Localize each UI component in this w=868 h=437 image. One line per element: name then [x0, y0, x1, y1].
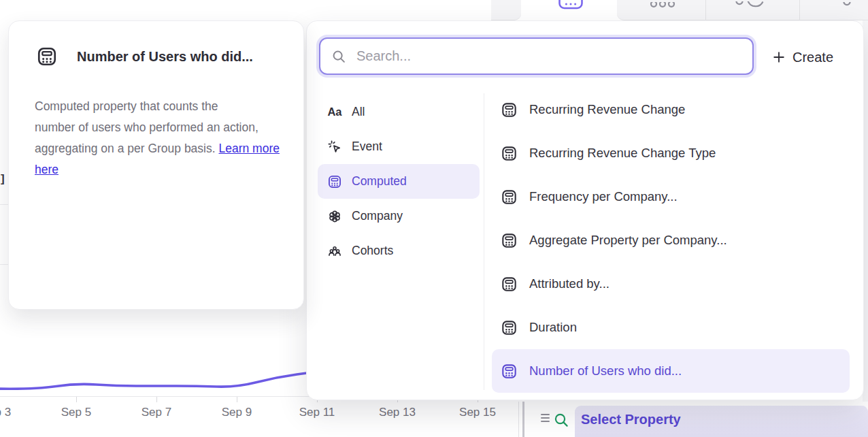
search-box — [319, 37, 754, 75]
property-label: Recurring Revenue Change — [529, 102, 685, 117]
clipped-background-text: ] — [1, 172, 5, 186]
retention-icon — [735, 1, 766, 10]
funnel-dots-icon — [650, 2, 677, 10]
plus-icon — [772, 50, 786, 64]
property-label: Number of Users who did... — [529, 363, 682, 378]
calculator-icon — [36, 46, 58, 67]
vertical-divider — [484, 93, 484, 390]
x-axis-tick — [156, 397, 157, 402]
x-axis-tick-label: Sep 13 — [379, 406, 416, 419]
tooltip-title: Number of Users who did... — [77, 49, 253, 65]
property-list-item[interactable]: Frequency per Company... — [492, 175, 850, 218]
calculator-icon — [501, 101, 518, 118]
property-list-item[interactable]: Recurring Revenue Change Type — [492, 131, 850, 175]
property-label: Frequency per Company... — [529, 189, 678, 204]
property-picker-popover: Create Aa All Event Computed Company Coh… — [306, 20, 864, 400]
select-property-field[interactable]: Select Property — [575, 406, 868, 437]
calculator-icon — [501, 189, 518, 206]
property-list-item[interactable]: Duration — [492, 306, 850, 349]
panel-divider — [518, 402, 519, 437]
category-computed[interactable]: Computed — [318, 164, 480, 199]
report-chart-icon — [558, 0, 584, 10]
category-all[interactable]: Aa All — [318, 95, 480, 129]
category-label: All — [352, 105, 365, 119]
category-company[interactable]: Company — [318, 199, 480, 233]
panel-resize-handle[interactable] — [522, 402, 524, 437]
property-list-item[interactable]: Recurring Revenue Change — [492, 88, 850, 131]
x-axis-tick — [76, 397, 77, 402]
category-cohorts[interactable]: Cohorts — [318, 233, 480, 268]
calculator-icon — [501, 319, 518, 336]
report-type-tabbar — [491, 0, 868, 20]
tooltip-description: Computed property that counts the number… — [35, 96, 281, 180]
property-label: Recurring Revenue Change Type — [529, 146, 716, 161]
property-list-item[interactable]: Aggregate Property per Company... — [492, 218, 850, 262]
search-input[interactable] — [355, 48, 741, 65]
tab-separator — [705, 0, 706, 20]
magic-cursor-icon — [327, 140, 342, 155]
calculator-icon — [501, 145, 518, 162]
tab-metric[interactable] — [842, 0, 852, 12]
create-button-label: Create — [792, 50, 833, 65]
x-axis-tick-label: Sep 5 — [61, 406, 91, 419]
description-line: number of users who performed an action, — [35, 117, 281, 138]
calculator-icon — [501, 363, 518, 380]
description-line: aggregating on a per Group basis. — [35, 142, 216, 155]
property-label: Duration — [529, 320, 577, 335]
property-list-item[interactable]: Attributed by... — [492, 262, 850, 306]
metric-icon — [842, 2, 852, 10]
drag-handle-icon[interactable] — [541, 414, 550, 422]
category-list: Aa All Event Computed Company Cohorts — [318, 95, 480, 268]
text-format-icon: Aa — [327, 106, 342, 118]
tooltip-header: Number of Users who did... — [36, 46, 253, 67]
category-label: Company — [352, 209, 403, 223]
property-list-item-selected[interactable]: Number of Users who did... — [492, 349, 850, 393]
category-label: Cohorts — [352, 244, 393, 258]
property-label: Attributed by... — [529, 276, 610, 291]
calculator-icon — [501, 276, 518, 293]
tabbar-gray-left — [491, 0, 521, 20]
tab-retention[interactable] — [735, 0, 766, 12]
calculator-icon — [327, 174, 342, 189]
search-icon — [331, 49, 346, 64]
calculator-icon — [501, 232, 518, 249]
select-property-label: Select Property — [581, 412, 681, 427]
x-axis-tick — [237, 397, 237, 402]
tab-separator — [799, 0, 800, 20]
x-axis-tick-label: Sep 3 — [0, 406, 11, 419]
metric-config-row: Select Property — [525, 402, 868, 437]
property-result-list: Recurring Revenue Change Recurring Reven… — [492, 88, 850, 393]
property-label: Aggregate Property per Company... — [529, 233, 727, 248]
category-label: Computed — [352, 174, 407, 189]
tab-funnel[interactable] — [650, 0, 677, 12]
x-axis-tick-label: Sep 15 — [459, 406, 496, 419]
x-axis-tick-label: Sep 9 — [222, 406, 252, 419]
company-icon — [327, 209, 342, 224]
x-axis-tick-label: Sep 7 — [141, 406, 171, 419]
tab-insights-active[interactable] — [558, 0, 584, 12]
description-line: Computed property that counts the — [35, 96, 281, 117]
x-axis-tick-label: Sep 11 — [299, 406, 335, 419]
search-icon-green[interactable] — [553, 412, 569, 428]
create-button[interactable]: Create — [772, 47, 833, 67]
property-tooltip-card: Number of Users who did... Computed prop… — [8, 20, 304, 310]
category-label: Event — [352, 140, 382, 154]
cohorts-icon — [327, 244, 342, 259]
category-event[interactable]: Event — [318, 129, 480, 164]
